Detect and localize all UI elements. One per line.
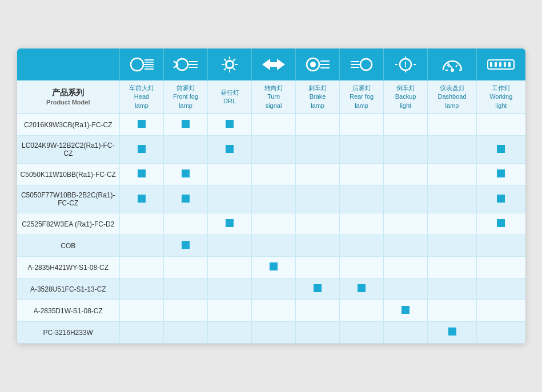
svg-line-19	[233, 68, 235, 70]
frontfog-cell	[164, 322, 208, 343]
dashboard-cell	[428, 164, 477, 185]
svg-line-44	[456, 65, 457, 67]
frontfog-cell	[164, 185, 208, 213]
headlamp-icon-col	[120, 49, 164, 80]
headlamp-indicator	[138, 145, 146, 153]
turnsignal-cell	[252, 114, 296, 136]
frontfog-cell	[164, 235, 208, 257]
product-name-cell: C5050F77W10BB-2B2C(Ra1)-FC-CZ	[17, 185, 120, 213]
rearfog-indicator	[358, 284, 366, 292]
drl-cell	[208, 278, 252, 300]
product-en-label: Product Model	[19, 98, 118, 107]
working-cell	[476, 213, 525, 235]
backup-cell	[384, 278, 428, 300]
backup-indicator	[402, 306, 409, 314]
svg-rect-46	[490, 62, 492, 67]
backup-cell	[384, 257, 428, 278]
svg-rect-48	[499, 62, 501, 67]
rearfog-subheader: 后雾灯 Rear fog lamp	[340, 80, 384, 114]
drl-cell	[208, 136, 252, 164]
rearfog-icon-col	[340, 49, 384, 80]
svg-line-43	[447, 65, 449, 67]
table-row: C2525F82W3EA (Ra1)-FC-D2	[17, 213, 525, 235]
brakelamp-cell	[296, 164, 340, 185]
dashboard-cell	[428, 235, 477, 257]
svg-rect-50	[508, 62, 511, 67]
turnsignal-cell	[252, 213, 296, 235]
headlamp-cell	[120, 235, 164, 257]
dashboard-cell	[428, 257, 477, 278]
backup-cell	[384, 213, 428, 235]
frontfog-cell	[164, 164, 208, 185]
working-icon-col	[476, 49, 525, 80]
drl-indicator	[226, 145, 234, 153]
turnsignal-subheader: 转向灯 Turn signal	[252, 80, 296, 114]
headlamp-cell	[120, 185, 164, 213]
svg-point-13	[227, 62, 232, 67]
product-name-cell: C5050K11W10BB(Ra1)-FC-CZ	[17, 164, 120, 185]
backup-cell	[384, 164, 428, 185]
product-name-cell: C2525F82W3EA (Ra1)-FC-D2	[17, 213, 120, 235]
brakelamp-cell	[296, 114, 340, 136]
headlamp-indicator	[138, 195, 146, 203]
frontfog-cell	[164, 136, 208, 164]
table-row: C2016K9W3CB(Ra1)-FC-CZ	[17, 114, 525, 136]
frontfog-cell	[164, 300, 208, 322]
headlamp-cell	[120, 278, 164, 300]
svg-point-0	[131, 58, 143, 71]
frontfog-indicator	[182, 169, 190, 177]
backup-cell	[384, 114, 428, 136]
table-row: LC024K9W-12B2C2(Ra1)-FC-CZ	[17, 136, 525, 164]
product-name-cell: PC-3216H233W	[17, 322, 120, 343]
brakelamp-subheader: 刹车灯 Brake lamp	[296, 80, 340, 114]
drl-cell	[208, 235, 252, 257]
frontfog-cell	[164, 213, 208, 235]
backup-cell	[384, 185, 428, 213]
frontfog-cell	[164, 114, 208, 136]
dashboard-cell	[428, 278, 477, 300]
working-cell	[476, 278, 525, 300]
backup-cell	[384, 300, 428, 322]
working-subheader: 工作灯 Working light	[476, 80, 525, 114]
drl-cell	[208, 300, 252, 322]
backup-cell	[384, 235, 428, 257]
drl-cell	[208, 213, 252, 235]
table-row: PC-3216H233W	[17, 322, 525, 343]
table-row: A-3528U51FC-S1-13-CZ	[17, 278, 525, 300]
dashboard-cell	[428, 322, 477, 343]
rearfog-cell	[340, 136, 384, 164]
turnsignal-cell	[252, 136, 296, 164]
brakelamp-icon-col	[296, 49, 340, 80]
rearfog-cell	[340, 185, 384, 213]
subheader-row: 产品系列 Product Model 车前大灯 Head lamp 前雾灯 Fr…	[17, 80, 525, 114]
turnsignal-cell	[252, 235, 296, 257]
drl-cell	[208, 164, 252, 185]
working-indicator	[497, 195, 505, 203]
table-row: A-2835D1W-S1-08-CZ	[17, 300, 525, 322]
rearfog-cell	[340, 164, 384, 185]
svg-line-21	[224, 68, 226, 70]
table-row: COB	[17, 235, 525, 257]
product-name-cell: LC024K9W-12B2C2(Ra1)-FC-CZ	[17, 136, 120, 164]
dashboard-cell	[428, 213, 477, 235]
svg-line-20	[233, 59, 235, 61]
working-cell	[476, 164, 525, 185]
dashboard-cell	[428, 136, 477, 164]
headlamp-en2: lamp	[122, 102, 161, 110]
headlamp-cell	[120, 257, 164, 278]
table-row: C5050K11W10BB(Ra1)-FC-CZ	[17, 164, 525, 185]
brakelamp-cell	[296, 235, 340, 257]
product-col-header: 产品系列 Product Model	[17, 80, 120, 114]
headlamp-cell	[120, 300, 164, 322]
working-indicator	[497, 145, 505, 153]
backup-icon-col: !	[384, 49, 428, 80]
main-card: !	[17, 49, 525, 343]
rearfog-cell	[340, 300, 384, 322]
working-cell	[476, 300, 525, 322]
drl-cell	[208, 257, 252, 278]
brakelamp-cell	[296, 257, 340, 278]
rearfog-cell	[340, 322, 384, 343]
turnsignal-cell	[252, 300, 296, 322]
product-name-cell: A-2835D1W-S1-08-CZ	[17, 300, 120, 322]
backup-cell	[384, 322, 428, 343]
